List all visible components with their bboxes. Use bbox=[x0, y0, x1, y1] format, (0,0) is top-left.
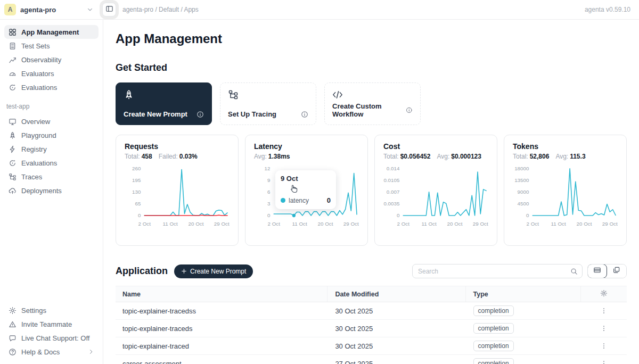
info-icon[interactable] bbox=[301, 111, 308, 118]
sidebar-item-test-sets[interactable]: Test Sets bbox=[4, 39, 99, 53]
table-view-toggle[interactable] bbox=[587, 264, 607, 278]
evaluations-icon bbox=[9, 84, 17, 92]
cost-chart-card: Cost Total:$0.056452Avg:$0.000123 00.003… bbox=[374, 135, 497, 246]
search-input[interactable] bbox=[418, 268, 570, 275]
app-version: agenta v0.59.10 bbox=[585, 6, 639, 13]
sidebar-item-label: Registry bbox=[21, 145, 47, 153]
search-icon[interactable] bbox=[570, 268, 578, 275]
card-label: Set Up Tracing bbox=[228, 110, 276, 118]
sidebar-section-label: test-app bbox=[4, 94, 99, 114]
row-actions-button[interactable] bbox=[599, 324, 609, 333]
sidebar-item-label: Evaluations bbox=[21, 84, 57, 92]
app-date-modified: 30 Oct 2025 bbox=[327, 320, 465, 337]
tokens-chart-card: Tokens Total:52,806Avg:115.3 04500900013… bbox=[504, 135, 627, 246]
sidebar-app-item-traces[interactable]: Traces bbox=[4, 170, 99, 184]
legend-dot bbox=[281, 198, 285, 203]
sidebar-item-evaluations[interactable]: Evaluations bbox=[4, 80, 99, 94]
svg-text:195: 195 bbox=[132, 177, 141, 183]
sidebar-footer-item-settings[interactable]: Settings bbox=[4, 303, 99, 317]
chart-stat: Total:458 bbox=[125, 153, 152, 160]
column-header-type[interactable]: Type bbox=[466, 286, 581, 302]
chart-stat: Avg:115.3 bbox=[555, 153, 585, 160]
chart-title: Latency bbox=[254, 142, 359, 151]
sidebar-item-label: App Management bbox=[21, 28, 79, 36]
table-row[interactable]: topic-explainer-traced 30 Oct 2025 compl… bbox=[116, 337, 627, 355]
sidebar-item-label: Test Sets bbox=[21, 42, 50, 50]
application-header: Application Create New Prompt bbox=[116, 264, 627, 278]
svg-text:20 Oct: 20 Oct bbox=[447, 221, 463, 227]
app-date-modified: 30 Oct 2025 bbox=[327, 337, 465, 354]
column-header-name[interactable]: Name bbox=[116, 286, 327, 302]
get-started-title: Get Started bbox=[116, 62, 627, 73]
app-type-badge: completion bbox=[473, 341, 514, 351]
create-button-label: Create New Prompt bbox=[190, 268, 246, 275]
card-label: Create New Prompt bbox=[124, 110, 187, 118]
chart-plot[interactable]: 04500900013500180002 Oct11 Oct20 Oct29 O… bbox=[513, 163, 618, 231]
gear-icon bbox=[600, 289, 608, 299]
svg-text:0: 0 bbox=[267, 212, 271, 218]
sidebar-footer-item-live-chat-support-off[interactable]: Live Chat Support: Off bbox=[4, 331, 99, 345]
app-name: topic-explainer-tracedss bbox=[116, 302, 327, 319]
chart-stat: Total:52,806 bbox=[513, 153, 549, 160]
application-title: Application bbox=[116, 266, 168, 277]
svg-text:0: 0 bbox=[526, 212, 529, 218]
breadcrumb[interactable]: agenta-pro / Default / Apps bbox=[122, 6, 199, 13]
sidebar-item-label: Playground bbox=[21, 131, 56, 139]
card-view-icon bbox=[612, 266, 620, 276]
table-view-icon bbox=[593, 266, 601, 276]
sidebar-item-evaluators[interactable]: Evaluators bbox=[4, 67, 99, 80]
svg-text:11 Oct: 11 Oct bbox=[162, 221, 177, 227]
info-icon[interactable] bbox=[196, 111, 204, 118]
sidebar-app-item-playground[interactable]: Playground bbox=[4, 128, 99, 142]
app-date-modified: 30 Oct 2025 bbox=[327, 302, 465, 319]
applications-table: Name Date Modified Type topic-explainer-… bbox=[116, 286, 627, 364]
set-up-tracing-card[interactable]: Set Up Tracing bbox=[220, 82, 316, 125]
test-sets-icon bbox=[9, 42, 17, 50]
page-title: App Management bbox=[116, 31, 627, 46]
invite-icon bbox=[9, 320, 17, 328]
sidebar-app-item-registry[interactable]: Registry bbox=[4, 142, 99, 156]
app-name: career-assessment bbox=[116, 355, 327, 364]
table-settings-button[interactable] bbox=[599, 289, 609, 299]
svg-text:260: 260 bbox=[132, 166, 141, 171]
info-icon[interactable] bbox=[406, 106, 413, 114]
sidebar-footer-item-help-docs[interactable]: Help & Docs bbox=[4, 345, 99, 359]
sidebar-app-item-overview[interactable]: Overview bbox=[4, 114, 99, 128]
sidebar-app-item-deployments[interactable]: Deployments bbox=[4, 184, 99, 197]
svg-text:2 Oct: 2 Oct bbox=[527, 221, 539, 227]
table-row[interactable]: topic-explainer-tracedss 30 Oct 2025 com… bbox=[116, 302, 627, 320]
table-row[interactable]: career-assessment 27 Oct 2025 completion bbox=[116, 355, 627, 364]
svg-text:20 Oct: 20 Oct bbox=[189, 221, 204, 227]
sidebar-collapse-button[interactable] bbox=[102, 3, 116, 16]
svg-text:0: 0 bbox=[397, 212, 400, 218]
svg-text:13500: 13500 bbox=[514, 177, 529, 183]
create-new-prompt-card[interactable]: Create New Prompt bbox=[116, 82, 212, 125]
table-row[interactable]: topic-explainer-traceds 30 Oct 2025 comp… bbox=[116, 320, 627, 337]
chart-plot[interactable]: 00.00350.0070.01050.0142 Oct11 Oct20 Oct… bbox=[383, 163, 488, 231]
get-started-cards: Create New Prompt Set Up Tracing Create … bbox=[116, 82, 627, 125]
row-actions-button[interactable] bbox=[599, 341, 609, 351]
sidebar-item-label: Settings bbox=[21, 307, 46, 315]
sidebar-item-observability[interactable]: Observability bbox=[4, 53, 99, 67]
gauge-icon bbox=[9, 70, 17, 78]
chat-icon bbox=[9, 334, 17, 342]
help-icon bbox=[9, 348, 17, 356]
sidebar-footer-item-invite-teammate[interactable]: Invite Teammate bbox=[4, 317, 99, 331]
workspace-switcher[interactable]: A agenta-pro bbox=[0, 4, 99, 15]
row-actions-button[interactable] bbox=[599, 306, 609, 316]
chart-stat: Avg:1.38ms bbox=[254, 153, 290, 160]
svg-text:2 Oct: 2 Oct bbox=[138, 221, 151, 227]
svg-text:65: 65 bbox=[135, 201, 141, 206]
row-actions-button[interactable] bbox=[599, 359, 609, 364]
main-content: App Management Get Started Create New Pr… bbox=[103, 20, 639, 364]
chart-plot[interactable]: 0651301952602 Oct11 Oct20 Oct29 Oct bbox=[125, 163, 230, 231]
panel-toggle-icon bbox=[105, 5, 113, 14]
column-header-date-modified[interactable]: Date Modified bbox=[327, 286, 465, 302]
create-custom-workflow-card[interactable]: Create Custom Workflow bbox=[324, 82, 421, 125]
sidebar-app-item-evaluations[interactable]: Evaluations bbox=[4, 156, 99, 170]
chevron-down-icon bbox=[86, 6, 94, 13]
card-view-toggle[interactable] bbox=[607, 264, 626, 278]
observability-icon bbox=[9, 56, 17, 64]
create-new-prompt-button[interactable]: Create New Prompt bbox=[174, 264, 253, 278]
sidebar-item-app-management[interactable]: App Management bbox=[4, 25, 99, 39]
